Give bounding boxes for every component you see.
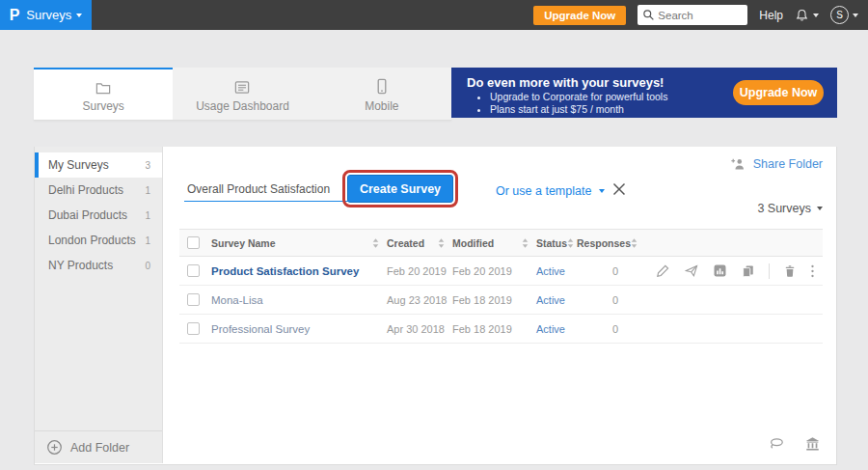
header-survey-name: Survey Name — [211, 237, 276, 249]
modified-date: Feb 18 2019 — [450, 323, 534, 335]
surveys-count-dropdown[interactable]: 3 Surveys — [757, 202, 823, 215]
avatar: S — [830, 6, 849, 24]
folder-label: Delhi Products — [48, 183, 123, 197]
notifications-menu[interactable] — [795, 8, 819, 23]
top-bar: P Surveys Upgrade Now Help S — [0, 0, 868, 30]
chevron-down-icon — [813, 14, 819, 17]
analytics-chart-icon[interactable] — [713, 263, 727, 278]
sidebar-item-london-products[interactable]: London Products 1 — [35, 228, 162, 253]
sort-icon[interactable] — [438, 238, 445, 248]
sort-icon[interactable] — [522, 238, 529, 248]
responses-count: 0 — [577, 265, 634, 277]
tab-mobile[interactable]: Mobile — [312, 68, 451, 120]
responses-count: 0 — [577, 323, 634, 335]
share-folder-label: Share Folder — [753, 157, 823, 171]
modified-date: Feb 18 2019 — [450, 294, 534, 306]
tab-usage-dashboard[interactable]: Usage Dashboard — [173, 68, 312, 120]
tab-surveys[interactable]: Surveys — [34, 68, 173, 120]
chevron-down-icon — [599, 189, 605, 193]
row-checkbox[interactable] — [187, 322, 200, 335]
surveys-app-menu-label: Surveys — [26, 8, 71, 22]
folder-count: 0 — [145, 261, 150, 271]
upgrade-now-button[interactable]: Upgrade Now — [533, 6, 626, 25]
tab-usage-dashboard-label: Usage Dashboard — [196, 99, 289, 113]
close-icon[interactable] — [610, 180, 628, 198]
create-survey-button[interactable]: Create Survey — [347, 175, 453, 203]
sidebar-item-dubai-products[interactable]: Dubai Products 1 — [35, 203, 162, 228]
search-icon — [642, 9, 655, 21]
folder-content: Share Folder Create Survey Or use a temp… — [163, 147, 838, 463]
row-checkbox[interactable] — [187, 264, 200, 277]
search-input[interactable] — [658, 10, 741, 21]
share-folder-button[interactable]: Share Folder — [730, 156, 823, 171]
header-responses: Responses — [577, 237, 631, 249]
more-options-icon[interactable] — [810, 263, 815, 279]
surveys-app-menu[interactable]: Surveys — [26, 8, 82, 22]
sort-icon[interactable] — [567, 238, 574, 248]
modified-date: Feb 20 2019 — [450, 265, 534, 277]
search-box[interactable] — [637, 5, 747, 25]
sort-icon[interactable] — [631, 238, 637, 248]
sidebar-item-delhi-products[interactable]: Delhi Products 1 — [35, 178, 162, 203]
folder-count: 1 — [145, 210, 150, 221]
topbar-right-cluster: Upgrade Now Help S — [533, 5, 868, 25]
folder-count: 1 — [145, 235, 150, 246]
surveys-count-label: 3 Surveys — [757, 202, 811, 215]
table-row: Mona-Lisa Aug 23 2018 Feb 18 2019 Active… — [179, 286, 823, 315]
chevron-down-icon — [853, 14, 858, 17]
select-all-checkbox[interactable] — [187, 236, 200, 249]
mobile-icon — [376, 77, 388, 95]
banner-upgrade-button[interactable]: Upgrade Now — [733, 80, 824, 105]
survey-name-input[interactable] — [184, 179, 350, 202]
folder-count: 1 — [145, 185, 150, 196]
app-logo-menu[interactable]: P Surveys — [0, 0, 92, 30]
delete-trash-icon[interactable] — [783, 263, 797, 279]
help-link[interactable]: Help — [759, 9, 783, 22]
lasso-icon[interactable] — [768, 436, 785, 452]
surveys-table: Survey Name Created Modified Status Resp… — [179, 229, 823, 344]
table-row: Product Satisfaction Survey Feb 20 2019 … — [179, 257, 823, 286]
bell-icon — [795, 8, 809, 23]
folder-label: NY Products — [48, 259, 113, 272]
status-text: Active — [534, 265, 577, 277]
add-folder-button[interactable]: Add Folder — [35, 430, 162, 463]
sidebar-item-ny-products[interactable]: NY Products 0 — [35, 253, 162, 278]
edit-pencil-icon[interactable] — [656, 263, 670, 278]
survey-name-link[interactable]: Product Satisfaction Survey — [208, 265, 385, 277]
table-header-row: Survey Name Created Modified Status Resp… — [179, 229, 823, 257]
logo-icon: P — [10, 8, 20, 23]
surveys-panel: My Surveys 3 Delhi Products 1 Dubai Prod… — [34, 147, 837, 465]
header-modified: Modified — [452, 237, 494, 249]
share-person-icon — [730, 156, 746, 171]
add-folder-label: Add Folder — [70, 441, 129, 455]
header-status: Status — [536, 237, 567, 249]
folder-label: My Surveys — [48, 158, 109, 172]
account-menu[interactable]: S — [830, 6, 858, 24]
status-text: Active — [534, 294, 577, 306]
responses-count: 0 — [577, 294, 634, 306]
sort-icon[interactable] — [372, 238, 379, 248]
actions-divider — [769, 263, 770, 279]
survey-name-link[interactable]: Professional Survey — [208, 323, 385, 335]
archive-bank-icon[interactable] — [804, 436, 821, 452]
created-date: Feb 20 2019 — [385, 265, 450, 277]
sidebar-item-my-surveys[interactable]: My Surveys 3 — [35, 152, 162, 178]
panel-footer-icons — [768, 436, 821, 452]
use-template-dropdown[interactable]: Or use a template — [496, 184, 605, 198]
send-plane-icon[interactable] — [684, 263, 699, 278]
header-created: Created — [387, 237, 424, 249]
use-template-label: Or use a template — [496, 184, 591, 198]
tab-mobile-label: Mobile — [365, 99, 398, 113]
dashboard-icon — [233, 77, 251, 95]
folder-label: London Products — [48, 234, 136, 247]
upgrade-banner: Do even more with your surveys! Upgrade … — [451, 68, 837, 118]
plus-circle-icon — [46, 439, 63, 456]
view-tabs: Surveys Usage Dashboard Mobile — [34, 68, 451, 121]
row-checkbox[interactable] — [187, 293, 200, 306]
created-date: Aug 23 2018 — [385, 294, 450, 306]
annotation-highlight: Create Survey — [342, 170, 458, 207]
survey-name-link[interactable]: Mona-Lisa — [208, 294, 385, 306]
tab-surveys-label: Surveys — [82, 99, 123, 113]
copy-icon[interactable] — [741, 263, 755, 279]
status-text: Active — [534, 323, 577, 335]
